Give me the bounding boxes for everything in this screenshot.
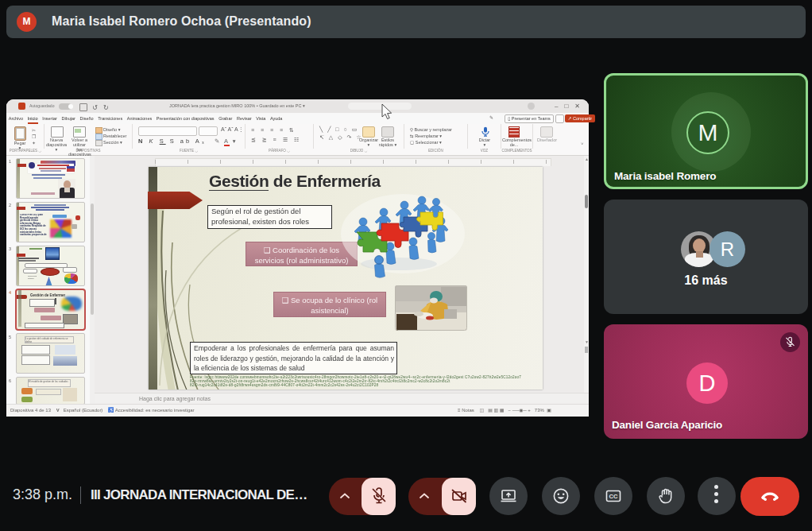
svg-text:CC: CC <box>609 493 618 500</box>
